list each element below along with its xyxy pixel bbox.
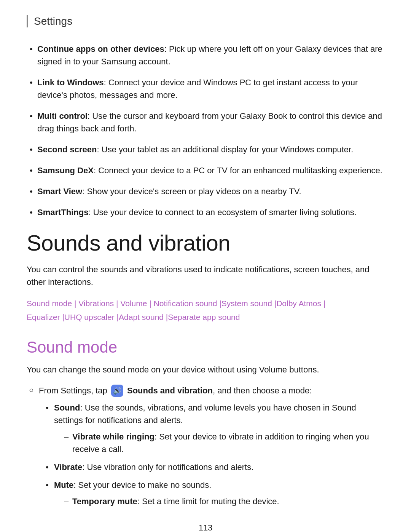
- page-number: 113: [27, 523, 384, 532]
- page-title: Settings: [34, 15, 384, 27]
- nav-link-sound-mode[interactable]: Sound mode: [27, 299, 72, 308]
- nav-link-volume[interactable]: Volume: [120, 299, 147, 308]
- mode-sound: Sound: Use the sounds, vibrations, and v…: [43, 401, 384, 455]
- feature-list: Continue apps on other devices: Pick up …: [27, 43, 384, 219]
- sub-vibrate-term: Vibrate while ringing: [72, 432, 155, 441]
- page: Settings Continue apps on other devices:…: [0, 0, 411, 532]
- term-link-windows: Link to Windows: [37, 78, 104, 87]
- step-suffix: , and then choose a mode:: [213, 386, 312, 395]
- term-multi-control: Multi control: [37, 111, 88, 121]
- list-item: Continue apps on other devices: Pick up …: [27, 43, 384, 68]
- nav-link-notification-sound[interactable]: Notification sound: [154, 299, 217, 308]
- desc-second-screen: : Use your tablet as an additional displ…: [97, 145, 354, 154]
- list-item: Samsung DeX: Connect your device to a PC…: [27, 164, 384, 177]
- sound-sub-list: Vibrate while ringing: Set your device t…: [62, 430, 384, 455]
- step-action-term: Sounds and vibration: [127, 386, 213, 395]
- term-samsung-dex: Samsung DeX: [37, 166, 94, 175]
- sound-mode-intro: You can change the sound mode on your de…: [27, 363, 384, 376]
- term-second-screen: Second screen: [37, 145, 97, 154]
- mode-vibrate: Vibrate: Use vibration only for notifica…: [43, 461, 384, 473]
- step-prefix: From Settings, tap: [39, 386, 107, 395]
- term-continue-apps: Continue apps on other devices: [37, 44, 164, 54]
- nav-link-vibrations[interactable]: Vibrations: [78, 299, 114, 308]
- mute-sub-list: Temporary mute: Set a time limit for mut…: [62, 495, 384, 508]
- nav-link-uhq-upscaler[interactable]: UHQ upscaler: [64, 313, 115, 321]
- mode-vibrate-term: Vibrate: [54, 462, 82, 472]
- modes-list: Sound: Use the sounds, vibrations, and v…: [43, 401, 384, 508]
- sound-mode-title: Sound mode: [27, 338, 384, 356]
- list-item: Multi control: Use the cursor and keyboa…: [27, 110, 384, 135]
- header-bar: Settings: [27, 15, 384, 27]
- mode-mute: Mute: Set your device to make no sounds.…: [43, 479, 384, 508]
- mode-sound-desc: : Use the sounds, vibrations, and volume…: [54, 403, 356, 425]
- nav-links: Sound mode | Vibrations | Volume | Notif…: [27, 297, 384, 324]
- mode-mute-desc: : Set your device to make no sounds.: [73, 480, 211, 490]
- list-item: Second screen: Use your tablet as an add…: [27, 143, 384, 156]
- step-list: From Settings, tap Sounds and vibration,…: [27, 384, 384, 507]
- mode-vibrate-desc: : Use vibration only for notifications a…: [82, 462, 253, 472]
- term-smart-view: Smart View: [37, 187, 82, 196]
- list-item: Smart View: Show your device's screen or…: [27, 185, 384, 198]
- section-intro: You can control the sounds and vibration…: [27, 263, 384, 288]
- nav-link-dolby-atmos[interactable]: Dolby Atmos: [276, 299, 321, 308]
- desc-samsung-dex: : Connect your device to a PC or TV for …: [94, 166, 382, 175]
- sub-vibrate-while-ringing: Vibrate while ringing: Set your device t…: [62, 430, 384, 455]
- desc-smart-view: : Show your device's screen or play vide…: [82, 187, 301, 196]
- sub-temp-mute-term: Temporary mute: [72, 497, 137, 506]
- mode-sound-term: Sound: [54, 403, 80, 412]
- desc-multi-control: : Use the cursor and keyboard from your …: [37, 111, 382, 133]
- nav-link-equalizer[interactable]: Equalizer: [27, 313, 60, 321]
- term-smartthings: SmartThings: [37, 208, 88, 217]
- list-item: SmartThings: Use your device to connect …: [27, 206, 384, 219]
- section-title: Sounds and vibration: [27, 230, 384, 256]
- nav-link-adapt-sound[interactable]: Adapt sound: [119, 313, 164, 321]
- nav-link-system-sound[interactable]: System sound: [221, 299, 272, 308]
- mode-mute-term: Mute: [54, 480, 73, 490]
- list-item: Link to Windows: Connect your device and…: [27, 76, 384, 101]
- sub-temp-mute-desc: : Set a time limit for muting the device…: [137, 497, 279, 506]
- desc-smartthings: : Use your device to connect to an ecosy…: [88, 208, 356, 217]
- sounds-vibration-icon: [111, 385, 123, 397]
- step-item: From Settings, tap Sounds and vibration,…: [27, 384, 384, 507]
- sub-temporary-mute: Temporary mute: Set a time limit for mut…: [62, 495, 384, 508]
- nav-link-separate-app-sound[interactable]: Separate app sound: [168, 313, 240, 321]
